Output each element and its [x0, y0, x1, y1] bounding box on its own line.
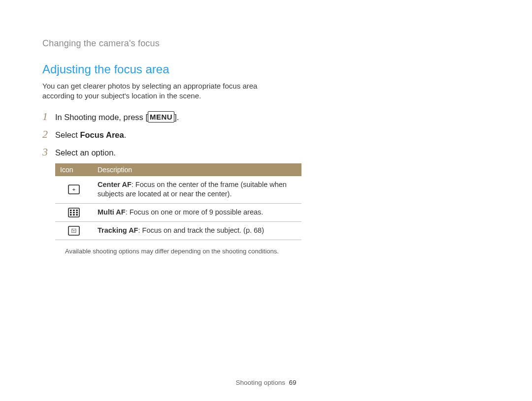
desc-cell: Tracking AF: Focus on and track the subj… — [93, 222, 301, 240]
step-text: Select an option. — [55, 147, 116, 158]
option-name: Multi AF — [98, 208, 126, 216]
table-row: Multi AF: Focus on one or more of 9 poss… — [55, 203, 301, 221]
option-desc: : Focus on one or more of 9 possible are… — [126, 208, 264, 216]
steps-list: 1 In Shooting mode, press [MENU]. 2 Sele… — [42, 110, 308, 256]
menu-button-icon: MENU — [148, 111, 174, 123]
step-number: 2 — [42, 128, 55, 141]
col-desc-header: Description — [93, 163, 301, 176]
section-title: Adjusting the focus area — [42, 62, 490, 76]
svg-rect-5 — [76, 210, 78, 211]
table-row: Tracking AF: Focus on and track the subj… — [55, 222, 301, 240]
svg-rect-6 — [70, 212, 72, 214]
option-name: Center AF — [98, 181, 132, 188]
svg-rect-4 — [73, 210, 75, 211]
step-text: Select Focus Area. — [55, 129, 126, 141]
page-number: 69 — [289, 379, 297, 386]
svg-point-14 — [73, 230, 74, 231]
table-header-row: Icon Description — [55, 163, 301, 176]
page-footer: Shooting options 69 — [0, 379, 532, 386]
step-3: 3 Select an option. — [42, 146, 308, 158]
step-2-bold: Focus Area — [80, 130, 124, 139]
focus-options-table: Icon Description + Center AF: Focus on t… — [55, 163, 301, 240]
step-2: 2 Select Focus Area. — [42, 128, 308, 141]
footer-section: Shooting options — [235, 379, 285, 386]
svg-rect-11 — [76, 214, 78, 216]
step-1-post: ]. — [174, 113, 179, 122]
footnote: Available shooting options may differ de… — [65, 247, 292, 256]
table-row: + Center AF: Focus on the center of the … — [55, 176, 301, 204]
breadcrumb: Changing the camera's focus — [42, 38, 490, 49]
step-text: In Shooting mode, press [MENU]. — [55, 111, 179, 123]
tracking-af-icon — [68, 226, 80, 236]
step-2-pre: Select — [55, 130, 80, 139]
step-number: 3 — [42, 146, 55, 158]
option-name: Tracking AF — [98, 226, 138, 234]
multi-af-icon — [68, 208, 80, 217]
col-icon-header: Icon — [55, 163, 93, 176]
svg-rect-9 — [70, 214, 72, 216]
center-af-icon: + — [68, 185, 80, 194]
option-desc: : Focus on and track the subject. (p. 68… — [138, 226, 264, 234]
icon-cell: + — [55, 176, 93, 204]
icon-cell — [55, 222, 93, 240]
svg-text:+: + — [72, 186, 75, 192]
svg-rect-10 — [73, 214, 75, 216]
desc-cell: Center AF: Focus on the center of the fr… — [93, 176, 301, 204]
step-1-pre: In Shooting mode, press [ — [55, 113, 148, 122]
intro-paragraph: You can get clearer photos by selecting … — [42, 81, 289, 101]
step-1: 1 In Shooting mode, press [MENU]. — [42, 110, 308, 123]
step-2-post: . — [124, 130, 127, 139]
svg-rect-8 — [76, 212, 78, 214]
svg-rect-7 — [73, 212, 75, 214]
icon-cell — [55, 203, 93, 221]
desc-cell: Multi AF: Focus on one or more of 9 poss… — [93, 203, 301, 221]
svg-rect-3 — [70, 210, 72, 211]
manual-page: Changing the camera's focus Adjusting th… — [0, 0, 532, 401]
step-number: 1 — [42, 110, 55, 123]
